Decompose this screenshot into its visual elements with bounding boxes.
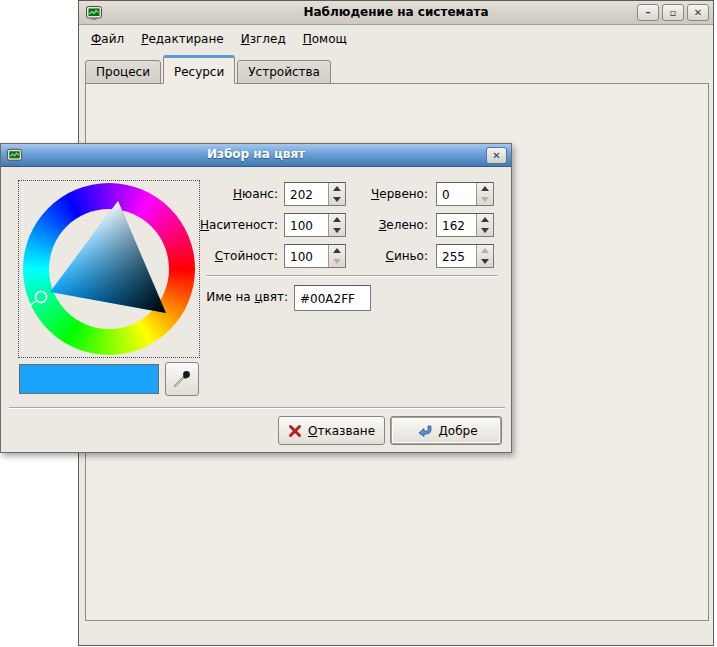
- menubar: Файл Редактиране Изглед Помощ: [79, 26, 713, 51]
- red-label: Червено:: [371, 187, 428, 201]
- eyedropper-button[interactable]: [165, 362, 199, 396]
- value-down-arrow[interactable]: [329, 256, 345, 267]
- blue-down-arrow[interactable]: [477, 256, 493, 267]
- desktop: Наблюдение на системата – ▫ ✕ Файл Редак…: [0, 0, 717, 647]
- eyedropper-icon: [171, 368, 193, 390]
- menu-help[interactable]: Помощ: [303, 32, 347, 46]
- hue-down-arrow[interactable]: [329, 194, 345, 205]
- close-button[interactable]: ✕: [687, 4, 709, 21]
- hue-label: Нюанс:: [233, 187, 278, 201]
- dialog-close-button[interactable]: ✕: [486, 147, 507, 164]
- color-name-input[interactable]: [295, 286, 370, 310]
- blue-up-arrow[interactable]: [477, 245, 493, 256]
- green-label: Зелено:: [379, 218, 428, 232]
- hue-spinbutton[interactable]: [284, 182, 346, 206]
- red-input[interactable]: [437, 183, 476, 205]
- green-up-arrow[interactable]: [477, 214, 493, 225]
- tab-bar: Процеси Ресурси Устройства: [85, 55, 333, 84]
- green-spinbutton[interactable]: [436, 213, 494, 237]
- minimize-button[interactable]: –: [637, 4, 659, 21]
- blue-spinbutton[interactable]: [436, 244, 494, 268]
- color-wheel[interactable]: [18, 180, 200, 358]
- value-input[interactable]: [285, 245, 328, 267]
- menu-edit[interactable]: Редактиране: [141, 32, 224, 46]
- color-picker-dialog: Избор на цвят ✕: [0, 143, 512, 453]
- red-spinbutton[interactable]: [436, 182, 494, 206]
- saturation-spinbutton[interactable]: [284, 213, 346, 237]
- blue-input[interactable]: [437, 245, 476, 267]
- window-titlebar[interactable]: Наблюдение на системата – ▫ ✕: [79, 1, 713, 25]
- saturation-up-arrow[interactable]: [329, 214, 345, 225]
- color-name-entry[interactable]: [294, 285, 371, 311]
- tab-processes[interactable]: Процеси: [85, 60, 161, 84]
- ok-button[interactable]: Добре: [390, 416, 502, 445]
- separator: [9, 407, 505, 409]
- value-up-arrow[interactable]: [329, 245, 345, 256]
- saturation-label: Наситеност:: [200, 218, 278, 232]
- hue-marker[interactable]: [36, 292, 47, 303]
- saturation-input[interactable]: [285, 214, 328, 236]
- dialog-titlebar[interactable]: Избор на цвят ✕: [1, 144, 511, 167]
- saturation-value-triangle[interactable]: [19, 181, 201, 359]
- color-name-label: Име на цвят:: [151, 290, 288, 304]
- maximize-button[interactable]: ▫: [662, 4, 684, 21]
- window-title: Наблюдение на системата: [79, 5, 713, 19]
- saturation-down-arrow[interactable]: [329, 225, 345, 236]
- tab-resources[interactable]: Ресурси: [163, 55, 235, 84]
- green-down-arrow[interactable]: [477, 225, 493, 236]
- hue-up-arrow[interactable]: [329, 183, 345, 194]
- blue-label: Синьо:: [386, 249, 429, 263]
- dialog-title: Избор на цвят: [1, 147, 511, 161]
- separator: [206, 275, 498, 277]
- red-down-arrow[interactable]: [477, 194, 493, 205]
- color-preview-swatch: [19, 364, 159, 394]
- cancel-button[interactable]: Отказване: [278, 416, 385, 445]
- green-input[interactable]: [437, 214, 476, 236]
- value-label: Стойност:: [215, 249, 278, 263]
- tab-devices[interactable]: Устройства: [237, 60, 331, 84]
- value-spinbutton[interactable]: [284, 244, 346, 268]
- menu-file[interactable]: Файл: [91, 32, 124, 46]
- cancel-x-icon: [288, 424, 302, 438]
- menu-view[interactable]: Изглед: [241, 32, 286, 46]
- ok-enter-arrow-icon: [414, 423, 432, 438]
- red-up-arrow[interactable]: [477, 183, 493, 194]
- hue-input[interactable]: [285, 183, 328, 205]
